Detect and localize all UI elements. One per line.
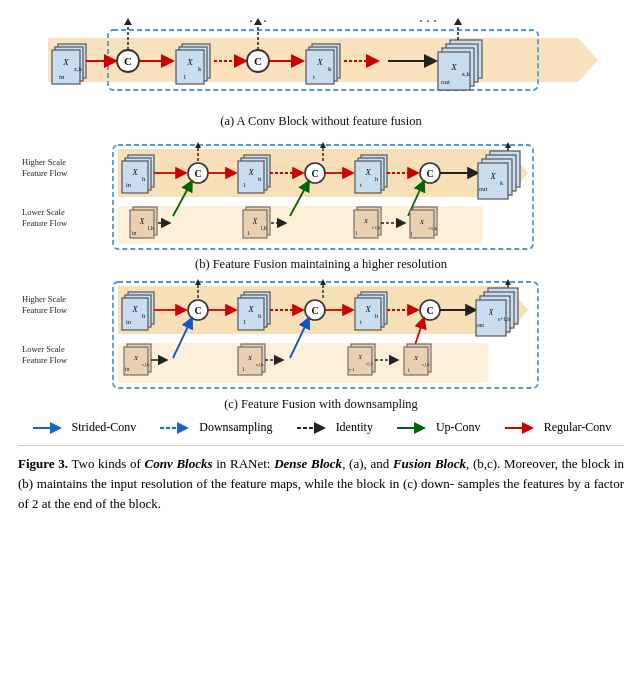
diagram-c-svg: Higher Scale Feature Flow Lower Scale Fe… xyxy=(18,278,624,393)
legend-regular-conv: Regular-Conv xyxy=(503,420,612,435)
caption-conv-blocks: Conv Blocks xyxy=(145,456,213,471)
divider xyxy=(18,445,624,446)
svg-text:s+1,h: s+1,h xyxy=(498,316,510,322)
svg-text:C: C xyxy=(311,168,318,179)
legend-strided-conv-label: Strided-Conv xyxy=(72,420,137,435)
legend-upconv-label: Up-Conv xyxy=(436,420,481,435)
svg-text:C: C xyxy=(311,305,318,316)
svg-text:Feature Flow: Feature Flow xyxy=(22,218,68,228)
svg-text:X: X xyxy=(139,217,145,226)
svg-text:Feature Flow: Feature Flow xyxy=(22,168,68,178)
legend-downsampling: Downsampling xyxy=(158,420,272,435)
svg-text:Higher Scale: Higher Scale xyxy=(22,157,66,167)
svg-rect-109 xyxy=(354,210,378,238)
svg-text:out: out xyxy=(441,78,450,86)
svg-text:X: X xyxy=(489,171,496,181)
svg-text:X: X xyxy=(247,167,254,177)
svg-marker-43 xyxy=(454,18,462,25)
svg-text:· · ·: · · · xyxy=(419,14,437,29)
svg-rect-119 xyxy=(118,343,488,383)
svg-text:z,k: z,k xyxy=(462,70,471,78)
diagram-a: · · · · · · X z,k in C xyxy=(18,10,624,135)
svg-text:X: X xyxy=(62,57,69,67)
svg-text:1: 1 xyxy=(247,230,250,236)
diagram-a-svg: · · · · · · X z,k in C xyxy=(18,10,624,110)
svg-text:1: 1 xyxy=(183,73,187,81)
legend-identity: Identity xyxy=(295,420,373,435)
figure-number: Figure 3. xyxy=(18,456,68,471)
svg-text:in: in xyxy=(126,318,132,325)
svg-text:1: 1 xyxy=(242,366,245,372)
svg-text:t-1: t-1 xyxy=(349,367,355,372)
svg-text:C: C xyxy=(426,305,433,316)
main-container: · · · · · · X z,k in C xyxy=(0,0,642,524)
svg-text:Lower Scale: Lower Scale xyxy=(22,344,65,354)
legend-regular-conv-label: Regular-Conv xyxy=(544,420,612,435)
identity-icon xyxy=(295,421,331,435)
caption-dense-block: Dense Block xyxy=(274,456,342,471)
svg-text:out: out xyxy=(479,185,488,192)
svg-text:1: 1 xyxy=(243,181,246,188)
svg-text:X: X xyxy=(419,218,425,226)
svg-text:X: X xyxy=(131,304,138,314)
svg-text:t: t xyxy=(360,318,362,325)
svg-text:Feature Flow: Feature Flow xyxy=(22,305,68,315)
svg-text:X: X xyxy=(131,167,138,177)
svg-text:Higher Scale: Higher Scale xyxy=(22,294,66,304)
svg-text:X: X xyxy=(364,304,371,314)
caption-c: (c) Feature Fusion with downsampling xyxy=(18,397,624,412)
diagram-b-svg: Higher Scale Feature Flow Lower Scale Fe… xyxy=(18,141,624,253)
strided-conv-icon xyxy=(31,421,67,435)
svg-text:in: in xyxy=(125,366,130,372)
svg-text:X: X xyxy=(247,304,254,314)
caption-fusion-block: Fusion Block xyxy=(393,456,466,471)
svg-text:C: C xyxy=(194,168,201,179)
svg-text:Feature Flow: Feature Flow xyxy=(22,355,68,365)
figure-caption: Figure 3. Two kinds of Conv Blocks in RA… xyxy=(18,454,624,514)
caption-a: (a) A Conv Block without feature fusion xyxy=(220,114,421,129)
svg-text:X: X xyxy=(488,308,494,317)
svg-text:in: in xyxy=(59,73,65,81)
svg-text:k: k xyxy=(198,65,202,73)
svg-text:in: in xyxy=(126,181,132,188)
svg-text:C: C xyxy=(194,305,201,316)
svg-text:C: C xyxy=(124,55,132,67)
svg-text:X: X xyxy=(364,167,371,177)
svg-text:1: 1 xyxy=(243,318,246,325)
svg-marker-39 xyxy=(124,18,132,25)
legend-downsampling-label: Downsampling xyxy=(199,420,272,435)
legend-strided-conv: Strided-Conv xyxy=(31,420,137,435)
svg-text:in: in xyxy=(132,230,137,236)
legend-upconv: Up-Conv xyxy=(395,420,481,435)
svg-text:out: out xyxy=(477,322,485,328)
svg-text:X: X xyxy=(357,354,362,360)
caption-b: (b) Feature Fusion maintaining a higher … xyxy=(18,257,624,272)
downsampling-icon xyxy=(158,421,194,435)
upconv-icon xyxy=(395,421,431,435)
svg-text:X: X xyxy=(252,217,258,226)
svg-text:X: X xyxy=(316,57,323,67)
svg-text:X: X xyxy=(450,62,457,72)
svg-text:Lower Scale: Lower Scale xyxy=(22,207,65,217)
diagram-b: Higher Scale Feature Flow Lower Scale Fe… xyxy=(18,141,624,272)
legend-identity-label: Identity xyxy=(336,420,373,435)
svg-text:C: C xyxy=(254,55,262,67)
diagram-c: Higher Scale Feature Flow Lower Scale Fe… xyxy=(18,278,624,412)
svg-text:k: k xyxy=(328,65,332,73)
svg-text:C: C xyxy=(426,168,433,179)
svg-text:l,h: l,h xyxy=(148,225,154,231)
svg-text:t: t xyxy=(360,181,362,188)
svg-text:z,k: z,k xyxy=(74,65,83,73)
svg-text:t: t xyxy=(313,73,315,81)
svg-rect-92 xyxy=(478,163,508,199)
svg-text:X: X xyxy=(186,57,193,67)
svg-text:l,h: l,h xyxy=(261,225,267,231)
legend: Strided-Conv Downsampling xyxy=(18,420,624,435)
regular-conv-icon xyxy=(503,421,539,435)
